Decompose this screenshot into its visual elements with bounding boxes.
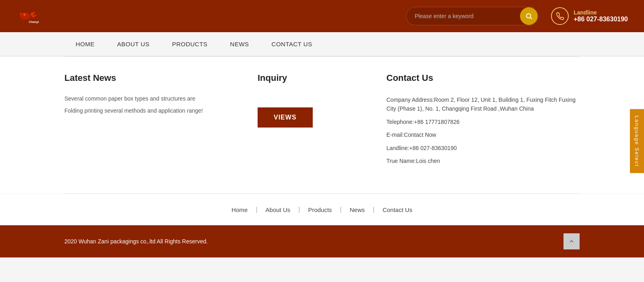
logo-icon: Chanyi xyxy=(16,6,40,26)
landline-text: Landline +86 027-83630190 xyxy=(574,9,628,23)
footer-nav-contact[interactable]: Contact Us xyxy=(374,206,420,213)
nav-products[interactable]: PRODUCTS xyxy=(161,41,219,47)
header-right: Landline +86 027-83630190 xyxy=(406,7,628,25)
nav-contact[interactable]: CONTACT US xyxy=(260,41,324,47)
language-select[interactable]: Language Select xyxy=(630,109,644,173)
news-item-1[interactable]: Several common paper box types and struc… xyxy=(64,95,225,102)
contact-truename: True Name:Lois chen xyxy=(386,156,580,165)
search-input[interactable] xyxy=(407,9,519,23)
inquiry-section: Inquiry VIEWS xyxy=(258,73,354,169)
nav-home[interactable]: HOME xyxy=(64,41,106,47)
contact-title: Contact Us xyxy=(386,73,580,83)
search-icon xyxy=(525,12,533,20)
footer-nav-about[interactable]: About Us xyxy=(258,206,299,213)
landline-label: Landline xyxy=(574,9,628,16)
news-item-2[interactable]: Folding printing several methods and app… xyxy=(64,107,225,114)
search-button[interactable] xyxy=(520,7,538,25)
chevron-up-icon xyxy=(568,238,575,245)
header: Chanyi Landline +86 027-83630190 xyxy=(0,0,644,32)
phone-icon xyxy=(551,7,569,25)
footer-nav: Home | About Us | Products | News | Cont… xyxy=(0,194,644,225)
back-to-top-button[interactable] xyxy=(564,233,580,249)
landline-area: Landline +86 027-83630190 xyxy=(551,7,628,25)
copyright-text: 2020 Wuhan Zani packagings co,.ltd All R… xyxy=(64,238,208,245)
svg-marker-1 xyxy=(31,12,37,18)
nav-about[interactable]: ABOUT US xyxy=(106,41,161,47)
svg-point-2 xyxy=(23,13,26,16)
svg-line-6 xyxy=(530,17,532,19)
contact-email: E-mail:Contact Now xyxy=(386,130,580,139)
footer-nav-home[interactable]: Home xyxy=(223,206,256,213)
footer-nav-products[interactable]: Products xyxy=(300,206,340,213)
latest-news-title: Latest News xyxy=(64,73,225,83)
inquiry-title: Inquiry xyxy=(258,73,354,83)
main-nav: HOME ABOUT US PRODUCTS NEWS CONTACT US xyxy=(0,32,644,56)
landline-number: +86 027-83630190 xyxy=(574,16,628,23)
contact-telephone: Telephone:+86 17771807826 xyxy=(386,117,580,126)
nav-news[interactable]: NEWS xyxy=(219,41,260,47)
contact-section: Contact Us Company Address:Room 2, Floor… xyxy=(386,73,580,169)
latest-news-section: Latest News Several common paper box typ… xyxy=(64,73,225,169)
svg-point-5 xyxy=(526,14,531,18)
views-button[interactable]: VIEWS xyxy=(258,107,313,128)
search-bar xyxy=(406,7,539,25)
contact-landline: Landline:+86 027-83630190 xyxy=(386,144,580,152)
svg-text:Chanyi: Chanyi xyxy=(29,20,39,24)
bottom-bar: 2020 Wuhan Zani packagings co,.ltd All R… xyxy=(0,225,644,257)
footer-nav-news[interactable]: News xyxy=(342,206,373,213)
main-content: Latest News Several common paper box typ… xyxy=(0,57,644,193)
logo-area: Chanyi xyxy=(16,6,40,26)
phone-svg xyxy=(555,12,564,21)
contact-address: Company Address:Room 2, Floor 12, Unit 1… xyxy=(386,95,580,113)
